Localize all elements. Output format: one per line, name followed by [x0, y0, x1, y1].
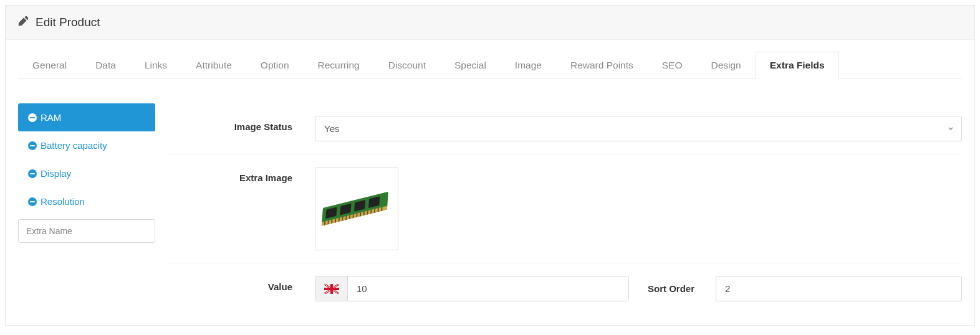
sidebar-item-ram[interactable]: RAM [18, 103, 155, 131]
tab-reward-points[interactable]: Reward Points [556, 52, 648, 78]
extra-fields-form: Image Status Yes Extra Image [168, 103, 962, 314]
minus-circle-icon [28, 197, 37, 206]
sidebar-item-battery-capacity[interactable]: Battery capacity [18, 131, 155, 159]
minus-circle-icon [28, 113, 37, 122]
tab-design[interactable]: Design [696, 52, 755, 78]
extra-name-input[interactable] [18, 219, 155, 243]
sidebar-item-label: Battery capacity [41, 140, 107, 151]
image-status-select-wrap: Yes [315, 116, 962, 141]
extra-fields-sidebar: RAMBattery capacityDisplayResolution [18, 103, 155, 314]
sort-order-input[interactable] [716, 276, 962, 301]
minus-circle-icon [28, 169, 37, 178]
value-input-group [315, 276, 629, 301]
extra-image-thumbnail[interactable] [315, 167, 398, 250]
tab-option[interactable]: Option [246, 52, 304, 78]
value-input[interactable] [348, 276, 628, 301]
tab-attribute[interactable]: Attribute [181, 52, 246, 78]
tab-recurring[interactable]: Recurring [304, 52, 374, 78]
row-image-status: Image Status Yes [168, 103, 962, 154]
pencil-icon [18, 16, 28, 29]
nav-tabs: GeneralDataLinksAttributeOptionRecurring… [18, 51, 962, 78]
svg-rect-26 [324, 288, 339, 290]
panel-title: Edit Product [36, 16, 100, 29]
tab-data[interactable]: Data [81, 52, 130, 78]
sidebar-item-display[interactable]: Display [18, 159, 155, 187]
tab-seo[interactable]: SEO [648, 52, 697, 78]
label-value: Value [168, 276, 292, 292]
sidebar-item-resolution[interactable]: Resolution [18, 187, 155, 215]
panel-header: Edit Product [6, 6, 974, 40]
tab-special[interactable]: Special [440, 52, 501, 78]
tab-discount[interactable]: Discount [374, 52, 440, 78]
tab-general[interactable]: General [18, 52, 81, 78]
label-extra-image: Extra Image [168, 167, 292, 183]
sidebar-item-label: Display [41, 168, 71, 179]
sidebar-item-label: RAM [41, 112, 61, 123]
tab-image[interactable]: Image [501, 52, 556, 78]
lang-flag-icon [315, 276, 348, 301]
edit-product-panel: Edit Product GeneralDataLinksAttributeOp… [5, 5, 975, 326]
tab-content: RAMBattery capacityDisplayResolution Ima… [18, 103, 962, 314]
minus-circle-icon [28, 141, 37, 150]
extra-fields-list: RAMBattery capacityDisplayResolution [18, 103, 155, 215]
image-status-select[interactable]: Yes [315, 116, 962, 141]
row-value-sort: Value [168, 263, 962, 314]
sidebar-item-label: Resolution [41, 196, 85, 207]
label-sort-order: Sort Order [648, 283, 694, 294]
tab-extra-fields[interactable]: Extra Fields [756, 52, 839, 78]
label-image-status: Image Status [168, 116, 292, 132]
row-extra-image: Extra Image [168, 154, 962, 263]
ram-module-icon [320, 189, 393, 229]
tab-links[interactable]: Links [130, 52, 181, 78]
panel-body: GeneralDataLinksAttributeOptionRecurring… [6, 40, 974, 325]
